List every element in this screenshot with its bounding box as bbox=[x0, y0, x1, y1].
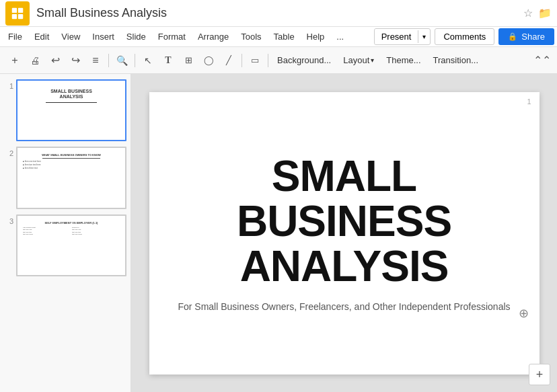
slide1-preview-line bbox=[46, 102, 97, 103]
title-bar: Small Business Analysis ☆ 📁 bbox=[0, 0, 557, 27]
menu-edit[interactable]: Edit bbox=[29, 29, 54, 44]
separator-4 bbox=[268, 54, 268, 67]
slide-preview-inner-2: WHAT SMALL BUSINESS OWNERS TO KNOW ■ Ite… bbox=[17, 148, 125, 207]
line-tool-button[interactable]: ╱ bbox=[219, 51, 238, 70]
redo-button[interactable]: ↪ bbox=[66, 51, 85, 70]
menu-file[interactable]: File bbox=[3, 29, 28, 44]
move-icon[interactable]: ⊕ bbox=[519, 306, 529, 321]
slide-canvas: 1 SMALL BUSINESS ANALYSIS For Small Busi… bbox=[149, 92, 540, 375]
slide3-col2-text: Employertext line onetext line twotext l… bbox=[72, 227, 120, 236]
slide2-preview-title: WHAT SMALL BUSINESS OWNERS TO KNOW bbox=[23, 153, 120, 157]
folder-icon[interactable]: 📁 bbox=[538, 7, 552, 19]
slide-number-2: 2 bbox=[4, 149, 13, 157]
toolbar: + 🖨 ↩ ↪ ≡ 🔍 ↖ T ⊞ ◯ ╱ ▭ Background... La… bbox=[0, 47, 557, 74]
collapse-toolbar-button[interactable]: ⌃⌃ bbox=[533, 51, 552, 70]
menu-tools[interactable]: Tools bbox=[235, 29, 266, 44]
menu-insert[interactable]: Insert bbox=[87, 29, 120, 44]
menu-bar: File Edit View Insert Slide Format Arran… bbox=[0, 27, 557, 47]
svg-rect-1 bbox=[18, 7, 23, 12]
more-button[interactable]: ≡ bbox=[86, 51, 105, 70]
image-tool-button[interactable]: ⊞ bbox=[179, 51, 198, 70]
menu-help[interactable]: Help bbox=[301, 29, 330, 44]
undo-button[interactable]: ↩ bbox=[46, 51, 65, 70]
slide2-preview-text2: ■ Item two text here bbox=[23, 163, 120, 166]
slide-thumb-3[interactable]: 3 SELF EMPLOYMENT VS EMPLOYER (1.1) Self… bbox=[4, 214, 126, 276]
zoom-button[interactable]: 🔍 bbox=[112, 51, 131, 70]
slide2-preview-text3: ■ Item three text bbox=[23, 167, 120, 169]
slide-preview-1[interactable]: SMALL BUSINESSANALYSIS bbox=[16, 79, 126, 141]
slide-preview-inner-1: SMALL BUSINESSANALYSIS bbox=[17, 81, 125, 140]
share-button[interactable]: 🔒 Share bbox=[498, 28, 554, 45]
slide2-preview-line bbox=[42, 158, 100, 159]
page-number: 1 bbox=[527, 97, 531, 106]
present-button[interactable]: Present bbox=[375, 29, 418, 44]
toolbar-right: ⌃⌃ bbox=[533, 51, 552, 70]
slide-thumb-1[interactable]: 1 SMALL BUSINESSANALYSIS bbox=[4, 79, 126, 141]
slides-panel: 1 SMALL BUSINESSANALYSIS 2 WHAT SMALL BU… bbox=[0, 74, 131, 392]
canvas-area: 1 SMALL BUSINESS ANALYSIS For Small Busi… bbox=[131, 74, 557, 392]
svg-rect-2 bbox=[12, 13, 17, 18]
text-tool-button[interactable]: T bbox=[159, 51, 178, 70]
slide-number-3: 3 bbox=[4, 217, 13, 225]
comment-tool-button[interactable]: ▭ bbox=[246, 51, 264, 70]
lock-icon: 🔒 bbox=[508, 32, 517, 41]
print-button[interactable]: 🖨 bbox=[26, 51, 44, 70]
theme-button[interactable]: Theme... bbox=[381, 52, 426, 68]
menu-view[interactable]: View bbox=[56, 29, 85, 44]
slide3-col1-text: Self Employmenttext line onetext line tw… bbox=[23, 227, 71, 236]
background-button[interactable]: Background... bbox=[272, 52, 336, 68]
menu-slide[interactable]: Slide bbox=[121, 29, 151, 44]
zoom-in-button[interactable]: + bbox=[529, 364, 550, 385]
slide-preview-inner-3: SELF EMPLOYMENT VS EMPLOYER (1.1) Self E… bbox=[17, 216, 125, 275]
comments-button[interactable]: Comments bbox=[435, 28, 494, 45]
menu-arrange[interactable]: Arrange bbox=[192, 29, 234, 44]
app-logo bbox=[5, 1, 30, 26]
svg-rect-0 bbox=[12, 7, 17, 12]
star-icon[interactable]: ☆ bbox=[523, 7, 533, 19]
layout-button[interactable]: Layout ▾ bbox=[338, 52, 379, 68]
main-area: 1 SMALL BUSINESSANALYSIS 2 WHAT SMALL BU… bbox=[0, 74, 557, 392]
title-icons: ☆ 📁 bbox=[523, 7, 552, 19]
present-dropdown-button[interactable]: ▾ bbox=[418, 30, 430, 43]
slide-number-1: 1 bbox=[4, 82, 13, 90]
slide3-col-1: Self Employmenttext line onetext line tw… bbox=[23, 227, 71, 236]
menu-format[interactable]: Format bbox=[153, 29, 191, 44]
transition-button[interactable]: Transition... bbox=[428, 52, 484, 68]
slide3-col-2: Employertext line onetext line twotext l… bbox=[72, 227, 120, 236]
shape-tool-button[interactable]: ◯ bbox=[199, 51, 218, 70]
menu-more[interactable]: ... bbox=[331, 29, 349, 44]
cursor-tool-button[interactable]: ↖ bbox=[139, 51, 157, 70]
share-label: Share bbox=[521, 32, 545, 42]
menu-table[interactable]: Table bbox=[268, 29, 300, 44]
slide3-preview-content: SELF EMPLOYMENT VS EMPLOYER (1.1) Self E… bbox=[20, 219, 122, 239]
slide-thumb-2[interactable]: 2 WHAT SMALL BUSINESS OWNERS TO KNOW ■ I… bbox=[4, 147, 126, 208]
separator-3 bbox=[242, 54, 242, 67]
slide2-preview-text1: ■ Item one text here bbox=[23, 160, 120, 163]
slide1-preview-title: SMALL BUSINESSANALYSIS bbox=[20, 89, 122, 100]
slide3-preview-cols: Self Employmenttext line onetext line tw… bbox=[23, 227, 120, 236]
canvas-main-title: SMALL BUSINESS ANALYSIS bbox=[149, 154, 540, 290]
separator-1 bbox=[108, 54, 109, 67]
slide3-preview-title: SELF EMPLOYMENT VS EMPLOYER (1.1) bbox=[23, 221, 120, 225]
separator-2 bbox=[135, 54, 135, 67]
canvas-subtitle: For Small Business Owners, Freelancers, … bbox=[178, 301, 510, 312]
document-title: Small Business Analysis bbox=[36, 6, 523, 20]
add-button[interactable]: + bbox=[5, 51, 24, 70]
slide-preview-3[interactable]: SELF EMPLOYMENT VS EMPLOYER (1.1) Self E… bbox=[16, 214, 126, 276]
slide2-preview-content: WHAT SMALL BUSINESS OWNERS TO KNOW ■ Ite… bbox=[20, 151, 122, 173]
slide-preview-2[interactable]: WHAT SMALL BUSINESS OWNERS TO KNOW ■ Ite… bbox=[16, 147, 126, 208]
menu-actions: Present ▾ Comments 🔒 Share bbox=[374, 28, 554, 45]
svg-rect-3 bbox=[18, 13, 23, 18]
